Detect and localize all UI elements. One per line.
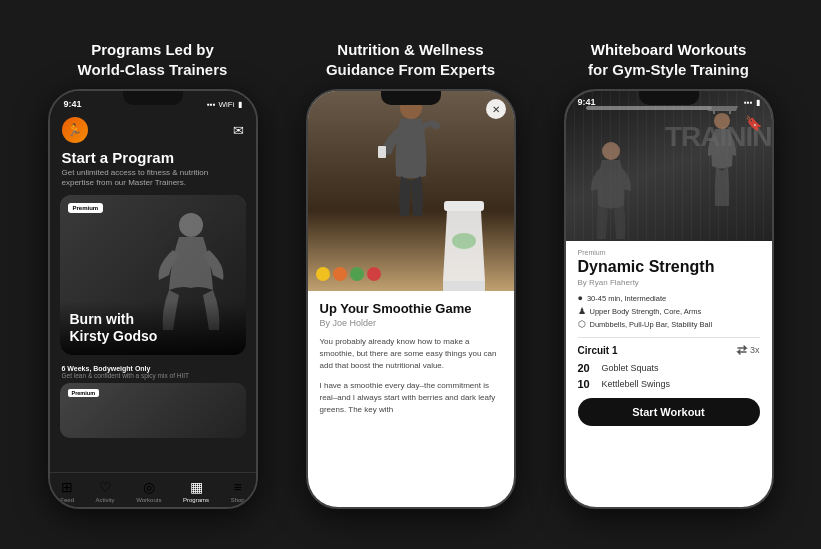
status-time-1: 9:41 [64, 99, 82, 109]
workout-trainer: By Ryan Flaherty [578, 278, 760, 287]
premium-badge-2: Premium [68, 389, 100, 397]
phone-1: 9:41 ▪▪▪ WiFi ▮ 🏃 ✉ Start a Program Get … [48, 89, 258, 509]
nav-activity[interactable]: ♡ Activity [96, 479, 115, 503]
svg-rect-3 [444, 201, 484, 211]
status-bar-1: 9:41 ▪▪▪ WiFi ▮ [50, 91, 256, 113]
bookmark-icon[interactable]: 🔖 [745, 115, 762, 131]
workout-badge: Premium [578, 249, 760, 256]
article-author: By Joe Holder [320, 318, 502, 328]
nav-workouts[interactable]: ◎ Workouts [136, 479, 161, 503]
svg-rect-2 [378, 146, 386, 158]
start-workout-button[interactable]: Start Workout [578, 398, 760, 426]
nav-feed[interactable]: ⊞ Feed [60, 479, 74, 503]
nav-shop[interactable]: ≡ Shop [231, 479, 245, 503]
gym-image: TRAININ [566, 91, 772, 241]
bottom-nav: ⊞ Feed ♡ Activity ◎ Workouts ▦ Programs [50, 472, 256, 507]
repeat-icon [736, 344, 748, 356]
meta-row-1: ● 30-45 min, Intermediate [578, 293, 760, 303]
svg-point-5 [714, 113, 730, 129]
activity-icon: ♡ [99, 479, 112, 495]
nav-workouts-label: Workouts [136, 497, 161, 503]
blender [439, 201, 489, 291]
divider [578, 337, 760, 338]
exercise-row-2: 10 Kettlebell Swings [578, 378, 760, 390]
phone3-signal: ▪▪▪ [744, 98, 753, 107]
workout-content: Premium Dynamic Strength By Ryan Flahert… [566, 241, 772, 507]
body-icon: ♟ [578, 306, 586, 316]
wifi-icon: WiFi [219, 100, 235, 109]
phone3-time: 9:41 [578, 97, 596, 107]
nav-programs[interactable]: ▦ Programs [183, 479, 209, 503]
phone3-status: 9:41 ▪▪▪ ▮ [566, 91, 772, 113]
workouts-icon: ◎ [143, 479, 155, 495]
exercise-row-1: 20 Goblet Squats [578, 362, 760, 374]
fruit-group [316, 267, 381, 281]
smoothie-image: ✕ [308, 91, 514, 291]
nav-programs-label: Programs [183, 497, 209, 503]
phone3-battery: ▮ [756, 98, 760, 107]
fruit-berry [367, 267, 381, 281]
exercise-name-1: Goblet Squats [602, 363, 659, 373]
phone-2: ✕ Up Your Smoothie Game By Joe Holder Yo… [306, 89, 516, 509]
workout-title: Dynamic Strength [578, 258, 760, 276]
panel-whiteboard: Whiteboard Workouts for Gym-Style Traini… [549, 40, 789, 509]
card-overlay: Burn with Kirsty Godso [60, 301, 246, 355]
svg-point-1 [400, 97, 422, 119]
fruit-banana [316, 267, 330, 281]
status-icons-1: ▪▪▪ WiFi ▮ [207, 100, 242, 109]
nav-shop-label: Shop [231, 497, 245, 503]
program-info: 6 Weeks, Bodyweight Only Get lean & conf… [50, 361, 256, 383]
nav-feed-label: Feed [60, 497, 74, 503]
program-card-1[interactable]: Premium Burn with Kirsty Godso [60, 195, 246, 355]
meta-duration: 30-45 min, Intermediate [587, 294, 666, 303]
fruit-orange [333, 267, 347, 281]
gym-person-2 [586, 141, 636, 241]
phone-3: TRAININ [564, 89, 774, 509]
article-title: Up Your Smoothie Game [320, 301, 502, 316]
program-card-2[interactable]: Premium [60, 383, 246, 438]
mail-icon[interactable]: ✉ [233, 123, 244, 138]
premium-badge-1: Premium [68, 203, 104, 213]
meta-body: Upper Body Strength, Core, Arms [590, 307, 702, 316]
card-title: Burn with Kirsty Godso [70, 311, 236, 345]
feed-icon: ⊞ [61, 479, 73, 495]
phone1-header: 🏃 ✉ [50, 113, 256, 149]
clock-icon: ● [578, 293, 583, 303]
panel1-title: Programs Led by World-Class Trainers [78, 40, 228, 79]
panel-programs: Programs Led by World-Class Trainers 9:4… [33, 40, 273, 509]
article-content: Up Your Smoothie Game By Joe Holder You … [308, 291, 514, 507]
phone3-status-icons: ▪▪▪ ▮ [744, 98, 760, 107]
shop-icon: ≡ [234, 479, 242, 495]
app-container: Programs Led by World-Class Trainers 9:4… [15, 22, 807, 527]
article-paragraph-2: I have a smoothie every day–the commitme… [320, 380, 502, 416]
program-duration: 6 Weeks, Bodyweight Only [62, 365, 190, 372]
nav-activity-label: Activity [96, 497, 115, 503]
workout-meta: ● 30-45 min, Intermediate ♟ Upper Body S… [578, 293, 760, 329]
phone1-screen-title: Start a Program [50, 149, 256, 168]
svg-point-0 [179, 213, 203, 237]
circuit-header: Circuit 1 3x [578, 344, 760, 356]
panel3-title: Whiteboard Workouts for Gym-Style Traini… [588, 40, 749, 79]
program-desc: Get lean & confident with a spicy mix of… [62, 372, 190, 379]
article-paragraph-1: You probably already know how to make a … [320, 336, 502, 372]
equipment-icon: ⬡ [578, 319, 586, 329]
exercise-name-2: Kettlebell Swings [602, 379, 671, 389]
fruit-lime [350, 267, 364, 281]
svg-point-4 [452, 233, 476, 249]
close-button[interactable]: ✕ [486, 99, 506, 119]
meta-row-3: ⬡ Dumbbells, Pull-Up Bar, Stability Ball [578, 319, 760, 329]
battery-icon: ▮ [238, 100, 242, 109]
meta-row-2: ♟ Upper Body Strength, Core, Arms [578, 306, 760, 316]
signal-icon: ▪▪▪ [207, 100, 216, 109]
circuit-reps: 3x [736, 344, 760, 356]
panel2-title: Nutrition & Wellness Guidance From Exper… [326, 40, 495, 79]
programs-icon: ▦ [190, 479, 203, 495]
person-figure [376, 96, 446, 226]
phone1-subtitle: Get unlimited access to fitness & nutrit… [50, 168, 256, 195]
meta-equipment: Dumbbells, Pull-Up Bar, Stability Ball [590, 320, 713, 329]
avatar: 🏃 [62, 117, 88, 143]
circuit-label: Circuit 1 [578, 345, 618, 356]
exercise-count-1: 20 [578, 362, 596, 374]
panel-nutrition: Nutrition & Wellness Guidance From Exper… [291, 40, 531, 509]
exercise-count-2: 10 [578, 378, 596, 390]
